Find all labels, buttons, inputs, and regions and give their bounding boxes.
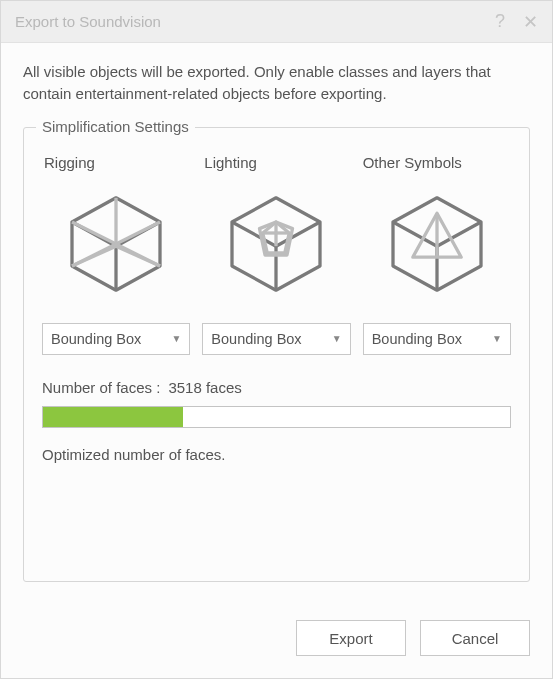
- titlebar: Export to Soundvision ? ✕: [1, 1, 552, 43]
- faces-label: Number of faces :: [42, 379, 160, 396]
- fieldset-legend: Simplification Settings: [36, 118, 195, 135]
- cancel-button[interactable]: Cancel: [420, 620, 530, 656]
- export-button[interactable]: Export: [296, 620, 406, 656]
- cube-rigging-icon: [61, 189, 171, 299]
- dialog-title: Export to Soundvision: [15, 13, 495, 30]
- status-text: Optimized number of faces.: [42, 446, 511, 463]
- columns-row: Rigging: [42, 154, 511, 355]
- dropdown-label: Bounding Box: [211, 331, 331, 347]
- column-other: Other Symbols Bounding Box: [363, 154, 511, 355]
- dropdown-label: Bounding Box: [372, 331, 492, 347]
- intro-text: All visible objects will be exported. On…: [23, 61, 530, 105]
- column-lighting: Lighting: [202, 154, 350, 355]
- chevron-down-icon: ▼: [492, 333, 502, 344]
- dropdown-lighting[interactable]: Bounding Box ▼: [202, 323, 350, 355]
- column-header: Other Symbols: [363, 154, 462, 171]
- dialog-footer: Export Cancel: [1, 620, 552, 678]
- dropdown-label: Bounding Box: [51, 331, 171, 347]
- dropdown-rigging[interactable]: Bounding Box ▼: [42, 323, 190, 355]
- cube-lighting-icon: [221, 189, 331, 299]
- cube-other-icon: [382, 189, 492, 299]
- progress-fill: [43, 407, 183, 427]
- help-icon[interactable]: ?: [495, 11, 505, 32]
- export-dialog: Export to Soundvision ? ✕ All visible ob…: [0, 0, 553, 679]
- faces-progress-bar[interactable]: [42, 406, 511, 428]
- column-header: Lighting: [202, 154, 257, 171]
- svg-line-6: [116, 246, 160, 266]
- column-header: Rigging: [42, 154, 95, 171]
- faces-value: 3518 faces: [168, 379, 241, 396]
- chevron-down-icon: ▼: [171, 333, 181, 344]
- dropdown-other[interactable]: Bounding Box ▼: [363, 323, 511, 355]
- column-rigging: Rigging: [42, 154, 190, 355]
- svg-line-5: [72, 246, 116, 266]
- close-icon[interactable]: ✕: [523, 11, 538, 33]
- chevron-down-icon: ▼: [332, 333, 342, 344]
- titlebar-controls: ? ✕: [495, 11, 538, 33]
- faces-count-row: Number of faces : 3518 faces: [42, 379, 511, 396]
- dialog-content: All visible objects will be exported. On…: [1, 43, 552, 620]
- simplification-fieldset: Simplification Settings Rigging: [23, 127, 530, 583]
